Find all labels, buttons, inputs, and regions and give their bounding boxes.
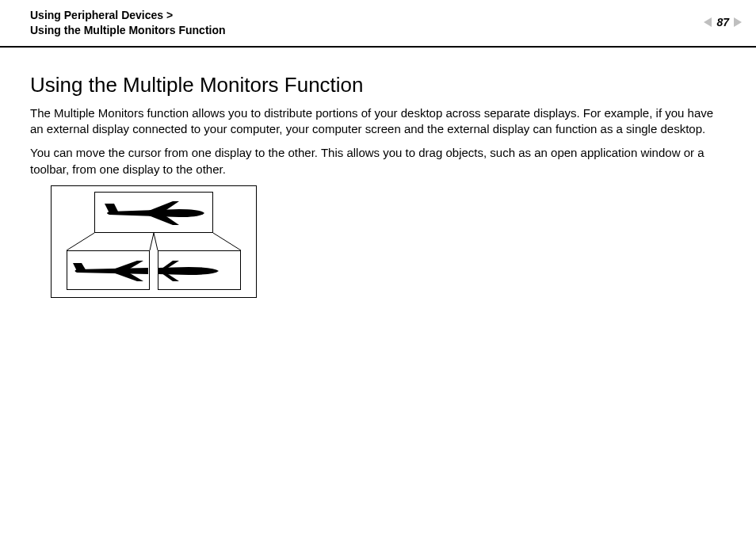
page-title: Using the Multiple Monitors Function (30, 73, 726, 97)
chevron-right-icon: > (166, 9, 173, 21)
breadcrumb-parent: Using Peripheral Devices (30, 9, 163, 21)
page-navigator: 87 (704, 8, 742, 29)
next-page-arrow-icon[interactable] (734, 17, 742, 27)
top-window-panel (94, 192, 213, 233)
airplane-icon (103, 199, 206, 227)
breadcrumb: Using Peripheral Devices > Using the Mul… (30, 8, 226, 38)
multiple-monitors-illustration (43, 185, 273, 304)
bottom-right-window-panel (158, 250, 241, 290)
page-number: 87 (715, 16, 731, 29)
airplane-left-half-icon (72, 259, 148, 283)
paragraph: The Multiple Monitors function allows yo… (30, 105, 726, 138)
airplane-right-half-icon (158, 259, 222, 283)
previous-page-arrow-icon[interactable] (704, 17, 712, 27)
page-content: Using the Multiple Monitors Function The… (0, 48, 756, 304)
document-page: Using Peripheral Devices > Using the Mul… (0, 0, 756, 534)
paragraph: You can move the cursor from one display… (30, 145, 726, 177)
bottom-left-window-panel (67, 250, 150, 290)
page-header: Using Peripheral Devices > Using the Mul… (0, 0, 756, 48)
breadcrumb-current: Using the Multiple Monitors Function (30, 24, 226, 36)
